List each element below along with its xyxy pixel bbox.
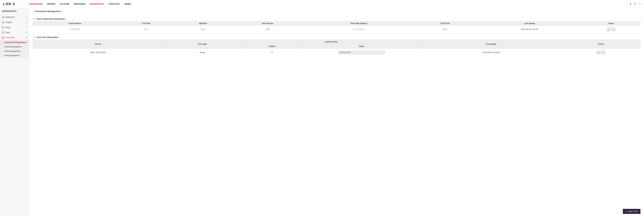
sidebar: DIAGNOSTICS Dashboard Analysis Policy Tr…	[0, 8, 29, 216]
sidebar-item-label: Policy	[5, 26, 10, 29]
col-last-update: Last Update	[478, 21, 582, 26]
cell-udp: 6180	[201, 28, 205, 30]
col-action: Action	[562, 40, 640, 49]
nav-server[interactable]: SERVER	[47, 3, 55, 5]
section-heading: TunA User Information	[36, 36, 58, 38]
back-icon[interactable]: ‹	[29, 10, 33, 13]
col-tuna-address: *TunA Address	[33, 21, 116, 26]
collapse-icon[interactable]: —	[33, 18, 35, 20]
connection-table: *TunA Address *TCP Port UDP Port TunA Ve…	[33, 21, 640, 33]
check-icon	[626, 210, 627, 212]
cell-address: 10.81.209.55	[70, 28, 80, 30]
chevron-up-icon	[26, 17, 27, 18]
chevron-up-icon	[26, 27, 27, 28]
edit-button[interactable]	[607, 28, 611, 31]
col-default: Default	[242, 44, 302, 49]
nav-admin[interactable]: ADMIN	[124, 3, 131, 5]
section-heading: TunA Connection Information	[36, 18, 65, 20]
logout-icon[interactable]	[638, 2, 641, 6]
cell-user-type: Owner	[163, 49, 242, 56]
chevron-up-icon	[26, 22, 27, 23]
cell-http: 8080	[443, 28, 447, 30]
delete-button[interactable]	[602, 51, 605, 54]
col-http-port: *HTTP Port	[412, 21, 478, 26]
col-tuna-version: TunA Version	[230, 21, 305, 26]
sidebar-item-trace[interactable]: Trace	[0, 30, 29, 35]
nav-dashboard[interactable]: DASHBOARD	[29, 3, 42, 5]
sidebar-item-policy[interactable]: Policy	[0, 25, 29, 30]
cell-user-id: LENA_TESTUSER	[33, 49, 163, 56]
table-row: LENA_TESTUSER Owner TESTGROUP 2023-06-02…	[33, 49, 640, 56]
sidebar-item-tuna-apm[interactable]: TunA APM	[0, 35, 29, 40]
chevron-up-icon	[26, 32, 27, 33]
nav-cluster[interactable]: CLUSTER	[60, 3, 70, 5]
col-udp-port: UDP Port	[176, 21, 230, 26]
chevron-down-icon	[26, 37, 27, 38]
col-last-update: Last Update	[421, 40, 562, 49]
sidebar-item-label: Dashboard	[5, 16, 15, 18]
col-user-type: User Type	[163, 40, 242, 49]
table-row: 10.81.209.55 6180 6180 2.8.0 10.81.209.5…	[33, 26, 640, 33]
nav-topology[interactable]: TOPOLOGY	[108, 3, 120, 5]
col-system-group: System Group	[242, 40, 421, 44]
main-content: ‹ Connection Management — TunA Connectio…	[29, 8, 644, 216]
col-user-id: User ID	[33, 40, 163, 49]
default-radio[interactable]	[271, 51, 273, 53]
sidebar-title: DIAGNOSTICS	[0, 8, 29, 15]
nav-diagnostics[interactable]: DIAGNOSTICS	[90, 3, 104, 5]
edit-button[interactable]	[597, 51, 600, 54]
col-tcp-port: *TCP Port	[116, 21, 176, 26]
delete-button[interactable]	[612, 28, 615, 31]
open-tuna-button[interactable]: Open TunA	[623, 209, 640, 214]
collapse-icon[interactable]: —	[33, 36, 35, 39]
cell-last-update: 2023-06-02 13:53:39	[478, 26, 582, 33]
cell-version: 2.8.0	[230, 26, 305, 33]
cell-web: 10.81.209.55	[353, 28, 364, 30]
sidebar-sub-install[interactable]: Install Management	[0, 49, 29, 53]
brand-logo: LN A	[3, 2, 29, 6]
group-name-field[interactable]: TESTGROUP	[338, 50, 385, 55]
bell-icon[interactable]	[629, 2, 632, 6]
col-web-address: *TunA Web Address	[305, 21, 412, 26]
cell-last-update: 2023-06-02 15:28:59	[421, 49, 562, 56]
sidebar-sub-connection[interactable]: Connection Management	[0, 40, 29, 45]
col-name: Name	[302, 44, 421, 49]
sidebar-submenu: Connection Management Module Management …	[0, 40, 29, 58]
gear-icon[interactable]	[634, 2, 636, 6]
sidebar-item-label: Analysis	[5, 21, 12, 23]
sidebar-item-label: TunA APM	[5, 37, 14, 39]
sidebar-item-label: Trace	[5, 31, 10, 34]
nav-resource[interactable]: RESOURCE	[74, 3, 85, 5]
page-title: Connection Management	[33, 10, 60, 13]
sidebar-item-dashboard[interactable]: Dashboard	[0, 15, 29, 20]
col-action: Action	[582, 21, 640, 26]
user-table: User ID User Type System Group Last Upda…	[33, 39, 640, 56]
cell-tcp: 6180	[144, 28, 148, 30]
sidebar-sub-module[interactable]: Module Management	[0, 45, 29, 49]
sidebar-item-analysis[interactable]: Analysis	[0, 20, 29, 25]
sidebar-sub-host[interactable]: Host Management	[0, 53, 29, 58]
top-nav: DASHBOARD SERVER CLUSTER RESOURCE DIAGNO…	[29, 3, 131, 5]
